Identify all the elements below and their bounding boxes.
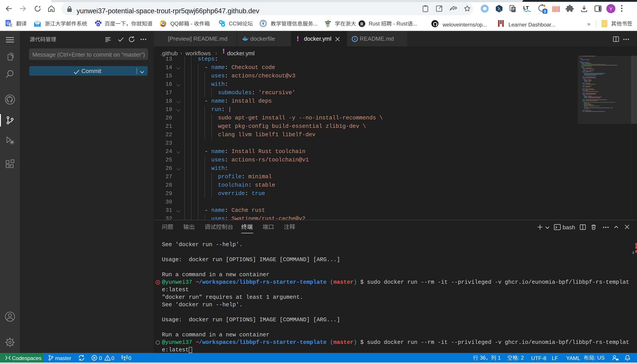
svg-text:R: R: [360, 22, 364, 26]
svg-text:Y: Y: [609, 6, 613, 12]
svg-text:LT: LT: [523, 5, 529, 10]
svg-text:0: 0: [544, 9, 546, 14]
svg-text:du: du: [97, 24, 100, 26]
